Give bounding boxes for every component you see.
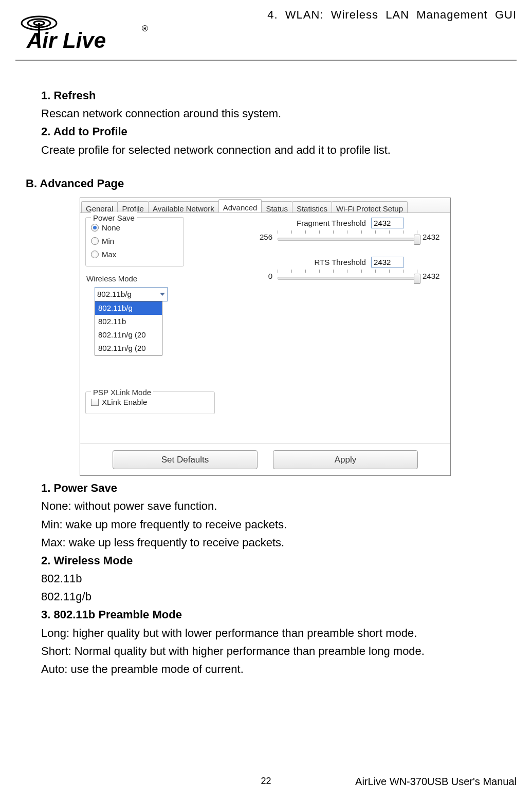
manual-title: AirLive WN-370USB User's Manual bbox=[355, 776, 517, 788]
wireless-mode-option-4[interactable]: 802.11n/g (20 bbox=[95, 342, 162, 355]
body-content: 1. Refresh Rescan network connection aro… bbox=[15, 86, 517, 678]
tab-advanced[interactable]: Advanced bbox=[218, 199, 262, 212]
airlive-logo-icon: Air Live ® bbox=[15, 8, 149, 54]
section-b-heading: B. Advanced Page bbox=[26, 174, 511, 192]
tab-general[interactable]: General bbox=[81, 201, 118, 212]
tab-profile[interactable]: Profile bbox=[117, 201, 149, 212]
tab-statistics[interactable]: Statistics bbox=[292, 201, 332, 212]
xlink-checkbox[interactable] bbox=[91, 398, 99, 406]
powersave-min-text: Min: wake up more frequently to receive … bbox=[41, 515, 511, 533]
wireless-mode-combo[interactable]: 802.11b/g bbox=[95, 287, 168, 301]
wireless-mode-dropdown[interactable]: 802.11b/g 802.11b 802.11n/g (20 802.11n/… bbox=[95, 301, 162, 355]
rts-slider-thumb[interactable] bbox=[414, 274, 420, 284]
apply-button[interactable]: Apply bbox=[273, 450, 418, 469]
tab-wps[interactable]: Wi-Fi Protect Setup bbox=[332, 201, 408, 212]
radio-max[interactable] bbox=[91, 251, 99, 258]
rts-min: 0 bbox=[250, 270, 272, 282]
rts-slider-row: 0 2432 bbox=[250, 270, 445, 283]
refresh-text: Rescan network connection around this sy… bbox=[41, 104, 511, 122]
refresh-heading: 1. Refresh bbox=[41, 86, 511, 104]
page-header: Air Live ® 4. WLAN: Wireless LAN Managem… bbox=[15, 5, 517, 57]
chevron-down-icon bbox=[160, 293, 165, 296]
wireless-mode-label: Wireless Mode bbox=[86, 273, 240, 285]
radio-min-row[interactable]: Min bbox=[91, 235, 178, 247]
tab-available-network[interactable]: Available Network bbox=[148, 201, 219, 212]
header-rule bbox=[15, 60, 517, 61]
preamble-long-text: Long: higher quality but with lower perf… bbox=[41, 624, 511, 642]
wmode-1-text: 802.11b bbox=[41, 569, 511, 588]
advanced-page-screenshot: General Profile Available Network Advanc… bbox=[80, 198, 451, 476]
rts-value-input[interactable] bbox=[371, 257, 404, 268]
powersave-group: Power Save None Min Max bbox=[85, 217, 184, 266]
rts-label: RTS Threshold bbox=[315, 258, 366, 266]
rts-label-row: RTS Threshold bbox=[250, 256, 445, 269]
screenshot-footer: Set Defaults Apply bbox=[80, 443, 450, 475]
document-page: Air Live ® 4. WLAN: Wireless LAN Managem… bbox=[0, 0, 532, 801]
tab-status[interactable]: Status bbox=[261, 201, 292, 212]
add-profile-heading: 2. Add to Profile bbox=[41, 122, 511, 140]
preamble-short-text: Short: Normal quality but with higher pe… bbox=[41, 642, 511, 660]
wireless-mode-option-2[interactable]: 802.11b bbox=[95, 315, 162, 328]
page-footer: 22 AirLive WN-370USB User's Manual bbox=[0, 776, 532, 788]
logo: Air Live ® bbox=[15, 5, 154, 57]
fragment-slider-thumb[interactable] bbox=[414, 235, 420, 245]
set-defaults-button[interactable]: Set Defaults bbox=[113, 450, 258, 469]
fragment-threshold-block: Fragment Threshold 256 2432 bbox=[250, 217, 445, 244]
wireless-mode-selected: 802.11b/g bbox=[97, 288, 132, 300]
fragment-label: Fragment Threshold bbox=[297, 219, 366, 227]
left-column: Power Save None Min Max bbox=[85, 217, 240, 438]
svg-text:®: ® bbox=[142, 24, 148, 33]
radio-max-label: Max bbox=[102, 248, 116, 261]
preamble-auto-text: Auto: use the preamble mode of current. bbox=[41, 660, 511, 678]
preamble-doc-heading: 3. 802.11b Preamble Mode bbox=[41, 606, 511, 624]
page-number: 22 bbox=[241, 776, 292, 787]
powersave-legend: Power Save bbox=[91, 212, 137, 224]
fragment-label-row: Fragment Threshold bbox=[250, 217, 445, 229]
wmode-doc-heading: 2. Wireless Mode bbox=[41, 551, 511, 569]
tab-bar: General Profile Available Network Advanc… bbox=[80, 198, 450, 213]
xlink-legend: PSP XLink Mode bbox=[91, 386, 153, 399]
add-profile-text: Create profile for selected network conn… bbox=[41, 141, 511, 159]
wmode-2-text: 802.11g/b bbox=[41, 588, 511, 606]
rts-threshold-block: RTS Threshold 0 2432 bbox=[250, 256, 445, 283]
chapter-title: 4. WLAN: Wireless LAN Management GUI bbox=[267, 5, 517, 22]
radio-max-row[interactable]: Max bbox=[91, 248, 178, 261]
screenshot-body: Power Save None Min Max bbox=[80, 213, 450, 443]
radio-min[interactable] bbox=[91, 237, 99, 245]
fragment-min: 256 bbox=[250, 231, 272, 243]
radio-min-label: Min bbox=[102, 235, 114, 247]
xlink-group: PSP XLink Mode XLink Enable bbox=[85, 391, 215, 414]
powersave-max-text: Max: wake up less frequently to receive … bbox=[41, 533, 511, 551]
rts-slider[interactable] bbox=[278, 270, 417, 283]
fragment-value-input[interactable] bbox=[371, 218, 404, 228]
powersave-doc-heading: 1. Power Save bbox=[41, 479, 511, 497]
radio-none[interactable] bbox=[91, 224, 99, 232]
wireless-mode-option-1[interactable]: 802.11b/g bbox=[95, 301, 162, 315]
svg-text:Air Live: Air Live bbox=[26, 28, 106, 52]
powersave-none-text: None: without power save function. bbox=[41, 497, 511, 515]
fragment-slider-row: 256 2432 bbox=[250, 230, 445, 244]
fragment-slider[interactable] bbox=[278, 230, 417, 244]
wireless-mode-option-3[interactable]: 802.11n/g (20 bbox=[95, 328, 162, 342]
right-column: Fragment Threshold 256 2432 bbox=[240, 217, 445, 438]
rts-max: 2432 bbox=[423, 270, 445, 282]
fragment-max: 2432 bbox=[423, 231, 445, 243]
